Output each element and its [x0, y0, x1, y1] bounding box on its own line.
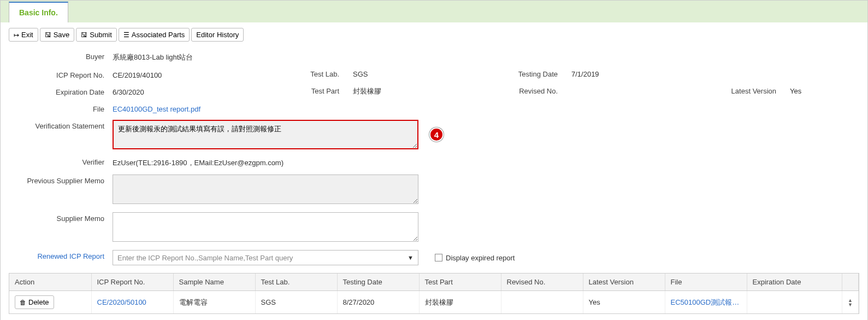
th-file: File: [665, 274, 747, 291]
delete-button[interactable]: 🗑 Delete: [15, 295, 54, 309]
editor-history-button[interactable]: Editor History: [191, 28, 244, 42]
annotation-badge-4: 4: [429, 127, 444, 142]
tab-basic-info[interactable]: Basic Info.: [9, 2, 68, 22]
associated-parts-button[interactable]: ☰ Associated Parts: [119, 28, 190, 42]
value-verifier: EzUser(TEL:2916-1890，EMail:EzUser@ezgpm.…: [113, 156, 859, 168]
submit-label: Submit: [90, 31, 111, 39]
row-test-lab: SGS: [255, 291, 337, 314]
value-testing-date: 7/1/2019: [571, 70, 599, 78]
label-test-part: Test Part: [287, 87, 353, 95]
value-icp-report-no: CE/2019/40100: [113, 69, 287, 79]
submit-button[interactable]: 🖫 Submit: [76, 28, 116, 42]
exit-label: Exit: [21, 31, 33, 39]
associated-parts-label: Associated Parts: [132, 31, 185, 39]
label-previous-supplier-memo: Previous Supplier Memo: [9, 174, 113, 185]
table-row: 🗑 Delete CE/2020/50100 電解電容 SGS 8/27/202…: [9, 291, 859, 314]
row-file-link[interactable]: EC50100GD測試報…: [671, 298, 740, 306]
exit-button[interactable]: ↦ Exit: [9, 28, 38, 42]
save-button[interactable]: 🖫 Save: [40, 28, 75, 42]
label-latest-version: Latest Version: [724, 87, 790, 95]
th-revised-no: Revised No.: [501, 274, 583, 291]
value-latest-version: Yes: [790, 87, 801, 95]
delete-label: Delete: [28, 298, 49, 306]
value-expiration-date: 6/30/2020: [113, 86, 287, 96]
th-latest-version: Latest Version: [583, 274, 665, 291]
th-icp-report-no: ICP Report No.: [91, 274, 173, 291]
row-expiration-date: [747, 291, 842, 314]
icp-report-combo[interactable]: Enter the ICP Report No.,Sample Name,Tes…: [113, 250, 418, 265]
label-revised-no: Revised No.: [506, 87, 571, 95]
combo-placeholder: Enter the ICP Report No.,Sample Name,Tes…: [117, 254, 293, 262]
th-expiration-date: Expiration Date: [747, 274, 842, 291]
verification-statement-textarea[interactable]: [113, 120, 418, 149]
save-icon: 🖫: [45, 31, 51, 39]
label-verification-statement: Verification Statement: [9, 120, 113, 130]
display-expired-checkbox[interactable]: [435, 254, 442, 261]
file-link[interactable]: EC40100GD_test report.pdf: [113, 105, 200, 113]
th-testing-date: Testing Date: [337, 274, 419, 291]
label-supplier-memo: Supplier Memo: [9, 212, 113, 223]
label-icp-report-no: ICP Report No.: [9, 69, 113, 79]
th-sample-name: Sample Name: [173, 274, 255, 291]
toolbar: ↦ Exit 🖫 Save 🖫 Submit ☰ Associated Part…: [1, 22, 867, 47]
renewed-icp-report-link[interactable]: Renewed ICP Report: [37, 252, 104, 260]
th-test-part: Test Part: [419, 274, 501, 291]
label-test-lab: Test Lab.: [287, 70, 353, 78]
previous-supplier-memo-textarea[interactable]: [113, 174, 418, 204]
label-buyer: Buyer: [9, 50, 113, 61]
th-test-lab: Test Lab.: [255, 274, 337, 291]
label-file: File: [9, 103, 113, 113]
row-testing-date: 8/27/2020: [337, 291, 419, 314]
row-latest-version: Yes: [583, 291, 665, 314]
submit-icon: 🖫: [81, 31, 87, 39]
row-icp-link[interactable]: CE/2020/50100: [97, 298, 146, 306]
value-buyer: 系統廠8013-Lab light站台: [113, 50, 859, 62]
label-testing-date: Testing Date: [506, 70, 571, 78]
exit-icon: ↦: [14, 31, 19, 39]
label-expiration-date: Expiration Date: [9, 86, 113, 96]
display-expired-label: Display expired report: [446, 254, 515, 262]
list-icon: ☰: [123, 31, 129, 39]
th-action: Action: [9, 274, 91, 291]
row-revised-no: [501, 291, 583, 314]
trash-icon: 🗑: [20, 299, 26, 306]
row-sample-name: 電解電容: [173, 291, 255, 314]
scroll-down-icon[interactable]: ▼: [848, 302, 853, 307]
supplier-memo-textarea[interactable]: [113, 212, 418, 242]
chevron-down-icon: ▼: [408, 254, 414, 261]
tab-bar: Basic Info.: [1, 1, 867, 22]
value-test-lab: SGS: [353, 70, 368, 78]
label-verifier: Verifier: [9, 156, 113, 166]
editor-history-label: Editor History: [196, 31, 239, 39]
row-test-part: 封裝橡膠: [419, 291, 501, 314]
results-table: Action ICP Report No. Sample Name Test L…: [9, 274, 859, 313]
value-test-part: 封裝橡膠: [353, 86, 381, 96]
save-label: Save: [54, 31, 70, 39]
